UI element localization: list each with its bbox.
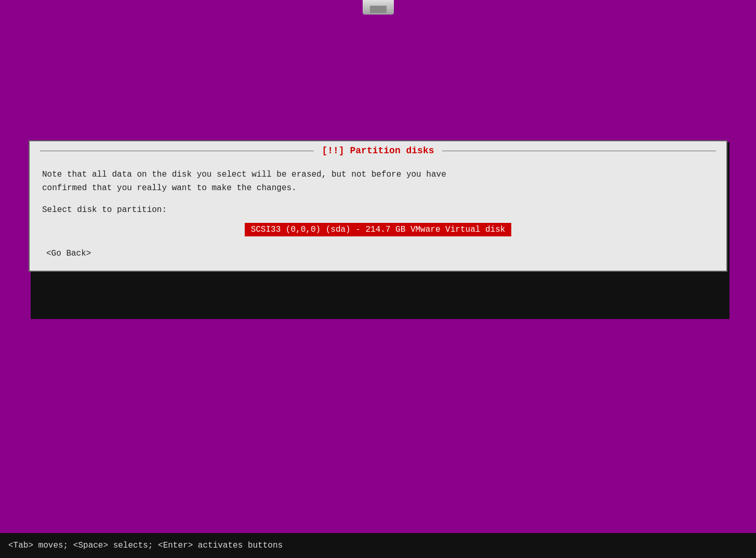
description-line1: Note that all data on the disk you selec… — [42, 170, 446, 179]
go-back-button[interactable]: <Go Back> — [46, 249, 91, 258]
partition-disks-dialog: [!!] Partition disks Note that all data … — [29, 140, 727, 272]
dialog-body: Note that all data on the disk you selec… — [30, 160, 726, 271]
description-text: Note that all data on the disk you selec… — [42, 168, 714, 195]
status-bar: <Tab> moves; <Space> selects; <Enter> ac… — [0, 533, 756, 558]
description-line2: confirmed that you really want to make t… — [42, 183, 297, 193]
disk-option-container: SCSI33 (0,0,0) (sda) - 214.7 GB VMware V… — [42, 223, 714, 236]
status-bar-text: <Tab> moves; <Space> selects; <Enter> ac… — [8, 541, 283, 550]
dialog-title-bar: [!!] Partition disks — [30, 141, 726, 160]
select-disk-label: Select disk to partition: — [42, 205, 714, 215]
window-icon — [363, 0, 394, 15]
disk-option-item[interactable]: SCSI33 (0,0,0) (sda) - 214.7 GB VMware V… — [245, 223, 512, 236]
dialog-title: [!!] Partition disks — [314, 145, 442, 156]
